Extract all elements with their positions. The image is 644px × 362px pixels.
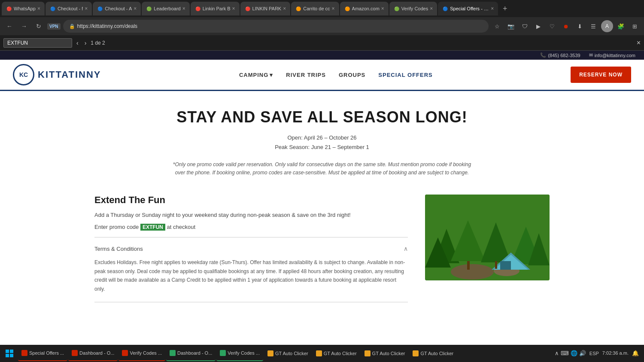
taskbar-label-9: GT Auto Clicker [420,351,453,356]
find-next-button[interactable]: › [83,39,88,47]
deal-section: Extend The Fun Add a Thursday or Sunday … [94,195,550,307]
taskbar-item-1[interactable]: Special Offers ... [18,346,67,361]
nav-groups[interactable]: GROUPS [339,72,365,78]
navigation-bar: ← → ↻ VPN 🔒 https://kittatinny.com/deals… [0,17,644,35]
record-button[interactable]: ⏺ [560,20,572,32]
tab-youtube2[interactable]: 🔴 LINKIN PARK × [240,2,291,15]
taskbar-time-display: 7:02:36 a.m. [602,350,629,356]
taskbar-favicon-4 [170,350,176,356]
find-close-button[interactable]: × [637,39,641,47]
taskbar-sound-icon[interactable]: 🔊 [579,350,586,356]
taskbar-network-icon[interactable]: 🌐 [571,350,577,356]
logo-text: KITTATINNY [38,69,101,80]
tab-special-offers[interactable]: 🔵 Special Offers - Kittat × [438,2,498,15]
menu-button[interactable]: ☰ [587,20,599,32]
nav-actions: ☆ 📷 🛡 ▶ ♡ ⏺ ⬇ ☰ A 🧩 ⊞ [491,20,641,32]
tab-amazon2[interactable]: 🟠 Amazon.com × [340,2,389,15]
top-info-bar: 📞 (845) 682-3539 ✉ info@kittatinny.com [0,51,644,60]
heart-button[interactable]: ♡ [546,20,558,32]
tab-favicon-checkout1: 🔵 [50,6,56,12]
taskbar-right: ∧ ⌨ 🌐 🔊 ESP 7:02:36 a.m. 🔔 [555,350,642,356]
tab-verify[interactable]: 🟢 Verify Codes × [389,2,437,15]
taskbar-label-3: Verify Codes ... [130,350,162,356]
tab-close-verify[interactable]: × [430,6,433,12]
tab-close-special-offers[interactable]: × [491,6,494,12]
tab-favicon-whatsapp: 🔴 [6,6,12,12]
terms-body: Excludes Holidays. Free night applies to… [94,255,408,297]
taskbar-label-6: GT Auto Clicker [275,351,308,356]
tab-label-whatsapp: WhatsApp [14,6,36,11]
nav-river-trips[interactable]: RIVER TRIPS [286,72,326,78]
taskbar-item-6[interactable]: GT Auto Clicker [264,346,312,361]
taskbar-notification-icon[interactable]: 🔔 [632,350,639,356]
taskbar-item-8[interactable]: GT Auto Clicker [361,346,409,361]
tab-label-leaderboard: Leaderboard [154,6,180,11]
taskbar-keyboard-icon[interactable]: ⌨ [561,350,569,356]
screenshot-button[interactable]: 📷 [505,20,517,32]
tab-youtube1[interactable]: 🔴 Linkin Park B × [191,2,240,15]
find-bar: EXTFUN ‹ › 1 de 2 × [0,35,644,51]
tab-close-checkout1[interactable]: × [85,6,88,12]
taskbar-item-3[interactable]: Verify Codes ... [118,346,165,361]
taskbar-favicon-9 [413,350,419,356]
tab-close-whatsapp[interactable]: × [37,6,40,12]
shield-button[interactable]: 🛡 [519,20,531,32]
new-tab-button[interactable]: + [499,3,511,15]
taskbar-item-7[interactable]: GT Auto Clicker [313,346,360,361]
forward-button[interactable]: → [18,20,30,32]
reserve-now-button[interactable]: RESERVE NOW [571,67,631,83]
extensions-button[interactable]: 🧩 [615,20,627,32]
tab-label-checkout1: Checkout - f [58,6,83,11]
tab-bar: 🔴 WhatsApp × 🔵 Checkout - f × 🔵 Checkout… [0,0,644,17]
taskbar-favicon-6 [267,350,273,356]
tab-close-amazon1[interactable]: × [332,6,335,12]
terms-label: Terms & Conditions [94,246,143,252]
nav-camping[interactable]: CAMPING ▾ [239,72,273,78]
tab-close-youtube2[interactable]: × [283,6,286,12]
windows-icon [5,349,14,358]
download-button[interactable]: ⬇ [574,20,586,32]
tab-favicon-amazon2: 🟠 [344,6,350,12]
address-bar[interactable]: 🔒 https://kittatinny.com/deals [63,20,489,33]
tab-amazon1[interactable]: 🟠 Carrito de cc × [291,2,339,15]
tab-close-youtube1[interactable]: × [232,6,235,12]
find-input[interactable]: EXTFUN [3,38,72,48]
sidebar-button[interactable]: ⊞ [629,20,641,32]
svg-rect-15 [10,350,13,353]
tab-favicon-amazon1: 🟠 [295,6,301,12]
tab-whatsapp[interactable]: 🔴 WhatsApp × [2,2,45,15]
play-button[interactable]: ▶ [532,20,544,32]
tab-label-checkout2: Checkout - A [105,6,132,11]
user-avatar[interactable]: A [601,20,613,32]
tab-checkout2[interactable]: 🔵 Checkout - A × [93,2,141,15]
bookmark-button[interactable]: ☆ [491,20,503,32]
nav-special-offers[interactable]: SPECIAL OFFERS [378,72,432,78]
taskbar-label-7: GT Auto Clicker [324,351,357,356]
vpn-badge: VPN [47,23,61,30]
taskbar-item-5[interactable]: Verify Codes ... [216,346,263,361]
svg-rect-11 [500,261,511,270]
logo-circle: KC [13,64,34,85]
promo-code: EXTFUN [140,224,165,231]
tab-leaderboard[interactable]: 🟢 Leaderboard × [142,2,189,15]
promo-suffix: at checkout [167,224,196,230]
taskbar-up-icon[interactable]: ∧ [555,350,559,356]
taskbar-item-9[interactable]: GT Auto Clicker [409,346,457,361]
tab-close-amazon2[interactable]: × [381,6,384,12]
tab-favicon-checkout2: 🔵 [97,6,103,12]
tab-checkout1[interactable]: 🔵 Checkout - f × [46,2,92,15]
reload-button[interactable]: ↻ [33,20,45,32]
deal-title: Extend The Fun [94,195,408,206]
logo-area[interactable]: KC KITTATINNY [13,64,101,85]
find-prev-button[interactable]: ‹ [75,39,80,47]
tab-close-leaderboard[interactable]: × [182,6,185,12]
taskbar-favicon-2 [72,350,78,356]
taskbar-item-2[interactable]: Dashboard - O... [68,346,118,361]
back-button[interactable]: ← [3,20,15,32]
svg-rect-16 [6,354,9,357]
terms-accordion-header[interactable]: Terms & Conditions ∧ [94,243,408,255]
taskbar-item-4[interactable]: Dashboard - O... [166,346,216,361]
start-button[interactable] [2,346,17,361]
lock-icon: 🔒 [69,24,75,29]
tab-close-checkout2[interactable]: × [134,6,137,12]
